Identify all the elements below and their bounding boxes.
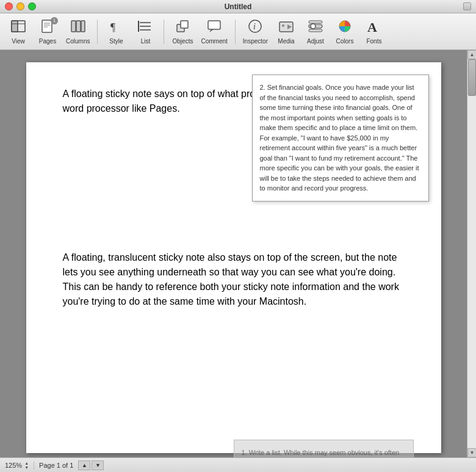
scroll-down-arrow[interactable]: ▼ bbox=[467, 448, 476, 457]
view-tool[interactable]: View bbox=[5, 16, 32, 48]
columns-icon bbox=[70, 18, 86, 37]
svg-text:¶: ¶ bbox=[110, 21, 115, 34]
status-separator bbox=[34, 461, 34, 470]
zoom-up-arrow[interactable]: ▲ bbox=[24, 461, 29, 465]
objects-label: Objects bbox=[173, 38, 193, 45]
pages-tool[interactable]: 1 Pages bbox=[34, 16, 61, 48]
prev-page-button[interactable]: ▲ bbox=[78, 460, 90, 470]
svg-rect-8 bbox=[76, 21, 81, 32]
comment-icon bbox=[206, 18, 222, 37]
style-tool[interactable]: ¶ Style bbox=[103, 16, 129, 48]
pages-badge: 1 bbox=[51, 17, 58, 24]
next-page-button[interactable]: ▼ bbox=[92, 460, 104, 470]
document-area: A floating sticky note says on top of wh… bbox=[0, 50, 467, 457]
maximize-button[interactable] bbox=[28, 2, 36, 10]
svg-point-25 bbox=[311, 24, 316, 29]
resize-control[interactable] bbox=[463, 2, 471, 10]
fonts-label: Fonts bbox=[366, 38, 381, 45]
adjust-icon bbox=[308, 18, 323, 37]
svg-rect-7 bbox=[71, 21, 76, 32]
status-bar: 125% ▲ ▼ Page 1 of 1 ▲ ▼ bbox=[0, 457, 476, 472]
objects-tool[interactable]: Objects bbox=[169, 16, 196, 48]
colors-label: Colors bbox=[336, 38, 354, 45]
svg-point-22 bbox=[282, 24, 284, 27]
toolbar: View 1 Pages Columns bbox=[0, 13, 476, 50]
document-page: A floating sticky note says on top of wh… bbox=[26, 62, 441, 453]
comment-tool[interactable]: Comment bbox=[198, 16, 229, 48]
paragraph-2: A floating, translucent sticky note also… bbox=[63, 250, 405, 309]
window-title: Untitled bbox=[225, 2, 252, 11]
svg-text:A: A bbox=[367, 20, 377, 34]
inspector-tool[interactable]: i Inspector bbox=[240, 16, 270, 48]
svg-rect-1 bbox=[12, 21, 18, 32]
main-area: A floating sticky note says on top of wh… bbox=[0, 50, 476, 457]
close-button[interactable] bbox=[5, 2, 13, 10]
zoom-value: 125% bbox=[5, 462, 22, 469]
inspector-icon: i bbox=[247, 18, 263, 37]
svg-text:i: i bbox=[253, 22, 256, 31]
colors-icon bbox=[337, 18, 353, 37]
page-navigation[interactable]: ▲ ▼ bbox=[78, 460, 104, 470]
page-info: Page 1 of 1 bbox=[39, 462, 73, 469]
pages-label: Pages bbox=[39, 38, 56, 45]
fonts-tool[interactable]: A Fonts bbox=[361, 16, 388, 48]
list-icon bbox=[137, 18, 153, 37]
objects-icon bbox=[175, 18, 190, 37]
window-controls[interactable] bbox=[5, 2, 36, 10]
sticky-note-2-text: 1. Write a list. While this may seem obv… bbox=[242, 449, 403, 457]
columns-label: Columns bbox=[66, 38, 90, 45]
svg-rect-9 bbox=[81, 21, 85, 32]
list-tool[interactable]: List bbox=[132, 16, 159, 48]
scrollbar[interactable]: ▲ ▼ bbox=[467, 50, 476, 457]
inspector-label: Inspector bbox=[243, 38, 268, 45]
adjust-tool[interactable]: Adjust bbox=[302, 16, 329, 48]
zoom-control[interactable]: 125% ▲ ▼ bbox=[5, 461, 29, 470]
style-label: Style bbox=[109, 38, 123, 45]
scroll-track[interactable] bbox=[467, 59, 476, 448]
sep1 bbox=[97, 20, 98, 44]
paragraph-2-container: A floating, translucent sticky note also… bbox=[63, 250, 405, 309]
list-label: List bbox=[141, 38, 151, 45]
style-icon: ¶ bbox=[108, 18, 124, 37]
title-bar: Untitled bbox=[0, 0, 476, 13]
fonts-icon: A bbox=[366, 18, 382, 37]
sticky-note-1-text: 2. Set financial goals. Once you have ma… bbox=[260, 84, 419, 192]
media-tool[interactable]: Media bbox=[273, 16, 300, 48]
scroll-up-arrow[interactable]: ▲ bbox=[467, 50, 476, 59]
media-icon bbox=[278, 18, 294, 37]
sep3 bbox=[235, 20, 236, 44]
columns-tool[interactable]: Columns bbox=[63, 16, 92, 48]
pages-icon: 1 bbox=[40, 18, 56, 37]
view-label: View bbox=[12, 38, 25, 45]
zoom-down-arrow[interactable]: ▼ bbox=[24, 465, 29, 470]
sticky-note-2[interactable]: 1. Write a list. While this may seem obv… bbox=[234, 440, 414, 457]
svg-rect-26 bbox=[309, 21, 322, 23]
sep2 bbox=[164, 20, 164, 44]
svg-rect-16 bbox=[181, 21, 188, 28]
svg-rect-17 bbox=[208, 21, 220, 29]
scroll-thumb[interactable] bbox=[468, 59, 476, 96]
adjust-label: Adjust bbox=[307, 38, 324, 45]
view-icon bbox=[10, 18, 26, 37]
media-label: Media bbox=[278, 38, 294, 45]
comment-label: Comment bbox=[201, 38, 227, 45]
minimize-button[interactable] bbox=[16, 2, 24, 10]
colors-tool[interactable]: Colors bbox=[331, 16, 358, 48]
sticky-note-1[interactable]: 2. Set financial goals. Once you have ma… bbox=[252, 74, 429, 202]
zoom-arrows[interactable]: ▲ ▼ bbox=[24, 461, 29, 470]
svg-rect-27 bbox=[309, 29, 322, 32]
